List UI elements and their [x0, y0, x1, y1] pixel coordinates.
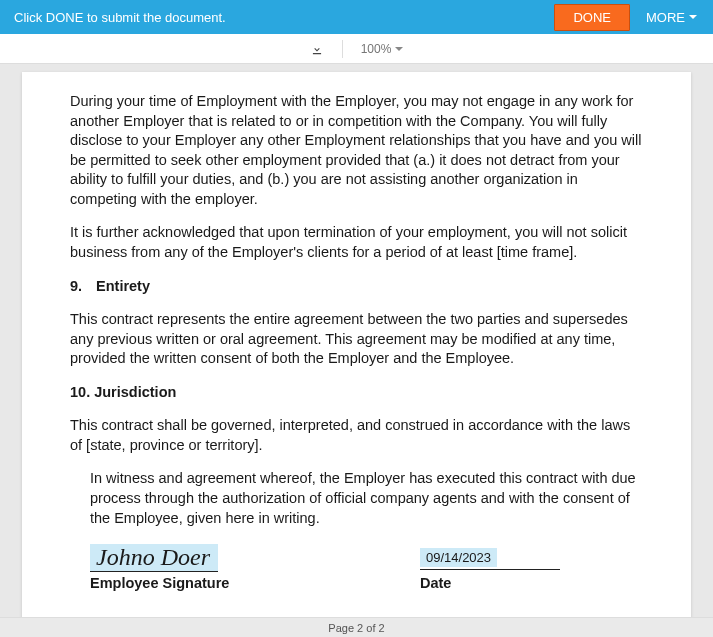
date-field[interactable]: 09/14/2023 — [420, 542, 560, 570]
document-viewport[interactable]: During your time of Employment with the … — [0, 64, 713, 617]
paragraph-nonsolicit: It is further acknowledged that upon ter… — [70, 223, 643, 262]
employee-signature-block: Johno Doer Employee Signature — [90, 542, 380, 594]
chevron-down-icon — [395, 47, 403, 51]
heading-entirety: 9. Entirety — [70, 277, 643, 297]
heading-title: Entirety — [96, 278, 150, 294]
zoom-dropdown[interactable]: 100% — [361, 42, 404, 56]
chevron-down-icon — [689, 15, 697, 19]
more-button[interactable]: MORE — [640, 5, 703, 30]
employee-signature-field[interactable]: Johno Doer — [90, 544, 218, 571]
paragraph-jurisdiction: This contract shall be governed, interpr… — [70, 416, 643, 455]
done-button[interactable]: DONE — [554, 4, 630, 31]
toolbar: 100% — [0, 34, 713, 64]
paragraph-entirety: This contract represents the entire agre… — [70, 310, 643, 369]
signature-row-employee: Johno Doer Employee Signature 09/14/2023… — [70, 542, 643, 594]
banner-message: Click DONE to submit the document. — [10, 10, 554, 25]
date-label: Date — [420, 574, 560, 594]
employee-date-block: 09/14/2023 Date — [420, 542, 560, 594]
employee-signature-label: Employee Signature — [90, 574, 380, 594]
more-label: MORE — [646, 10, 685, 25]
paragraph-witness: In witness and agreement whereof, the Em… — [70, 469, 643, 528]
heading-number: 9. — [70, 277, 92, 297]
download-icon — [310, 42, 324, 56]
separator — [342, 40, 343, 58]
paragraph-noncompete: During your time of Employment with the … — [70, 92, 643, 209]
date-value: 09/14/2023 — [420, 548, 497, 568]
download-button[interactable] — [310, 42, 324, 56]
top-banner: Click DONE to submit the document. DONE … — [0, 0, 713, 34]
zoom-value: 100% — [361, 42, 392, 56]
document-page: During your time of Employment with the … — [22, 72, 691, 617]
page-indicator: Page 2 of 2 — [0, 617, 713, 637]
heading-jurisdiction: 10. Jurisdiction — [70, 383, 643, 403]
